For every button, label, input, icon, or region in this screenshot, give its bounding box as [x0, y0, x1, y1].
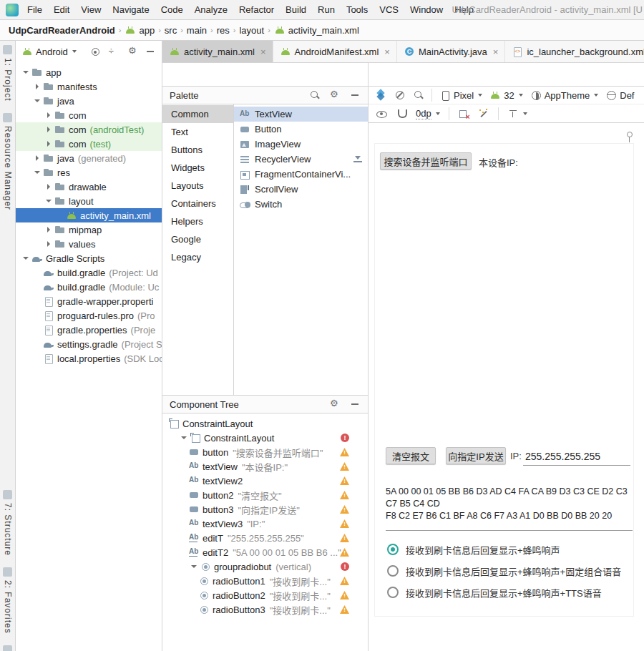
palette-category-legacy[interactable]: Legacy: [162, 248, 233, 266]
clear-constraints-icon[interactable]: [458, 108, 469, 119]
radio-circle-icon[interactable]: [387, 587, 399, 598]
tool-stripe-2-favorites[interactable]: 2: Favorites: [0, 567, 15, 634]
project-item-res-7[interactable]: res: [16, 165, 162, 180]
radio-circle-icon[interactable]: [387, 544, 399, 555]
menu-edit[interactable]: Edit: [48, 0, 75, 20]
component-textview2-4[interactable]: textView2: [162, 474, 368, 488]
breadcrumb-layout[interactable]: layout: [238, 25, 265, 36]
component-button3-6[interactable]: button3"向指定IP发送": [162, 502, 368, 517]
project-item-mipmap-11[interactable]: mipmap: [16, 222, 162, 237]
breadcrumb-main[interactable]: main: [185, 25, 208, 36]
component-textview-3[interactable]: textView"本设备IP:": [162, 459, 368, 474]
project-item-build-gradle-15[interactable]: build.gradle(Module: Uc: [16, 280, 162, 294]
project-item-manifests-1[interactable]: manifests: [16, 79, 162, 94]
tab-ic-launcher-background-xml[interactable]: ic_launcher_background.xml×: [505, 41, 644, 62]
menu-analyze[interactable]: Analyze: [189, 0, 233, 20]
radio-option-2[interactable]: 接收到刷卡信息后回复显示+蜂鸣响声+固定组合语音: [387, 563, 621, 579]
project-item-com-5[interactable]: com(test): [16, 137, 162, 151]
radio-option-1[interactable]: 接收到刷卡信息后回复显示+蜂鸣响声: [387, 542, 560, 557]
search-icon[interactable]: [309, 89, 321, 101]
gear-icon[interactable]: [127, 46, 139, 57]
component-textview3-7[interactable]: textView3"IP:": [162, 517, 368, 531]
palette-category-common[interactable]: Common: [162, 105, 233, 123]
key-icon[interactable]: [623, 132, 635, 143]
theme-selector[interactable]: AppTheme: [530, 89, 599, 101]
device-selector[interactable]: Pixel: [439, 89, 482, 101]
project-item-gradle-properties-18[interactable]: gradle.properties(Proje: [16, 323, 162, 337]
project-item-gradle-wrapper-properti-16[interactable]: gradle-wrapper.properti: [16, 294, 162, 308]
menu-file[interactable]: File: [21, 0, 48, 20]
component-constraintlayout-0[interactable]: ConstraintLayout: [162, 416, 368, 431]
canvas-send-button[interactable]: 向指定IP发送: [446, 447, 506, 464]
design-canvas[interactable]: 搜索设备并监听端口 本设备IP: 清空报文 向指定IP发送 IP: 255.25…: [374, 143, 634, 617]
palette-item-switch[interactable]: Switch: [234, 197, 368, 212]
download-icon[interactable]: [352, 154, 364, 165]
gear-icon[interactable]: [329, 89, 341, 101]
infer-constraints-icon[interactable]: [478, 108, 489, 119]
api-selector[interactable]: 32: [489, 89, 522, 101]
component-groupradiobut-10[interactable]: groupradiobut(vertical): [162, 559, 368, 574]
locate-file-icon[interactable]: [89, 46, 101, 57]
tool-stripe-1-project[interactable]: 1: Project: [0, 45, 15, 102]
project-item-java-2[interactable]: java: [16, 94, 162, 108]
project-item-local-properties-20[interactable]: local.properties(SDK Loc: [16, 351, 162, 366]
component-editt-8[interactable]: editT"255.255.255.255": [162, 531, 368, 545]
palette-item-imageview[interactable]: ImageView: [234, 137, 368, 152]
align-selector[interactable]: [507, 108, 527, 119]
menu-vcs[interactable]: VCS: [374, 0, 404, 20]
autoconnect-magnet-icon[interactable]: [396, 108, 407, 119]
palette-category-containers[interactable]: Containers: [162, 195, 233, 212]
breadcrumb-udpcardreaderandroid[interactable]: UdpCardReaderAndroid: [7, 25, 117, 36]
project-item-values-12[interactable]: values: [16, 237, 162, 251]
palette-item-recyclerview[interactable]: RecyclerView: [234, 152, 368, 167]
tool-stripe-resource-manager[interactable]: Resource Manager: [0, 113, 15, 210]
radio-circle-icon[interactable]: [387, 565, 399, 577]
component-radiobutton3-13[interactable]: radioButton3"接收到刷卡...": [162, 602, 368, 617]
menu-code[interactable]: Code: [155, 0, 189, 20]
breadcrumb-activity-main-xml[interactable]: activity_main.xml: [273, 24, 361, 36]
project-item-java-6[interactable]: java(generated): [16, 151, 162, 165]
canvas-message-field[interactable]: 5A 00 00 01 05 BB B6 D3 AD C4 FA CA B9 D…: [386, 486, 633, 531]
project-view-selector[interactable]: Android: [21, 46, 77, 57]
palette-category-text[interactable]: Text: [162, 123, 233, 141]
canvas-clear-button[interactable]: 清空报文: [386, 447, 436, 464]
canvas-ip-label[interactable]: IP:: [510, 451, 522, 461]
breadcrumb-app[interactable]: app: [123, 24, 156, 36]
palette-item-button[interactable]: Button: [234, 122, 368, 137]
minimize-icon[interactable]: [349, 89, 361, 101]
breadcrumb-src[interactable]: src: [163, 25, 178, 36]
palette-category-widgets[interactable]: Widgets: [162, 159, 233, 177]
menu-run[interactable]: Run: [312, 0, 341, 20]
palette-category-google[interactable]: Google: [162, 230, 233, 248]
component-radiobutton2-12[interactable]: radioButton2"接收到刷卡...": [162, 588, 368, 602]
palette-item-fragmentcontainervi[interactable]: FragmentContainerVi...: [234, 167, 368, 182]
menu-navigate[interactable]: Navigate: [107, 0, 155, 20]
default-margins-selector[interactable]: 0dp: [416, 108, 440, 119]
canvas-ip-field[interactable]: 255.255.255.255: [523, 447, 630, 466]
breadcrumb-res[interactable]: res: [215, 25, 231, 36]
menu-refactor[interactable]: Refactor: [233, 0, 280, 20]
component-radiobutton1-11[interactable]: radioButton1"接收到刷卡...": [162, 574, 368, 588]
project-item-activity-main-xml-10[interactable]: activity_main.xml: [16, 208, 162, 222]
project-item-com-3[interactable]: com: [16, 108, 162, 122]
close-tab-icon[interactable]: ×: [493, 46, 499, 57]
menu-window[interactable]: Window: [404, 0, 449, 20]
tab-androidmanifest-xml[interactable]: AndroidManifest.xml×: [273, 41, 397, 62]
palette-item-scrollview[interactable]: ScrollView: [234, 182, 368, 197]
component-constraintlayout-1[interactable]: ConstraintLayout: [162, 431, 368, 445]
locale-selector[interactable]: Def: [605, 89, 634, 101]
project-item-proguard-rules-pro-17[interactable]: proguard-rules.pro(Pro: [16, 308, 162, 323]
menu-build[interactable]: Build: [280, 0, 312, 20]
tab-mainactivity-java[interactable]: MainActivity.java×: [397, 41, 505, 62]
orientation-icon[interactable]: [394, 89, 406, 101]
tool-stripe-build-variants[interactable]: Build Variants: [0, 645, 15, 651]
palette-category-layouts[interactable]: Layouts: [162, 177, 233, 195]
menu-view[interactable]: View: [75, 0, 107, 20]
hide-panel-icon[interactable]: [145, 46, 156, 57]
project-item-gradle-scripts-13[interactable]: Gradle Scripts: [16, 251, 162, 265]
radio-option-3[interactable]: 接收到刷卡信息后回复显示+蜂鸣响声+TTS语音: [387, 584, 602, 600]
palette-item-textview[interactable]: TextView: [234, 107, 368, 122]
project-item-build-gradle-14[interactable]: build.gradle(Project: Ud: [16, 265, 162, 280]
project-item-drawable-8[interactable]: drawable: [16, 180, 162, 194]
close-tab-icon[interactable]: ×: [384, 46, 390, 57]
